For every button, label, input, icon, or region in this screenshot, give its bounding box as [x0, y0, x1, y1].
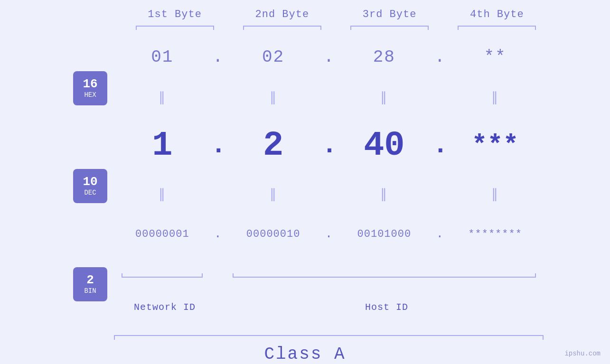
- dec-sep3: .: [432, 131, 447, 160]
- dec-b2: 2: [225, 129, 322, 163]
- network-id-label: Network ID: [114, 302, 216, 313]
- bin-b1: 00000001: [114, 228, 211, 240]
- byte4-header: 4th Byte: [450, 9, 544, 20]
- badges-column: 16 HEX 10 DEC 2 BIN: [66, 30, 114, 328]
- byte-headers: 1st Byte 2nd Byte 3rd Byte 4th Byte: [66, 9, 544, 20]
- equals2-b3: ∥: [336, 186, 433, 202]
- bin-b2: 00000010: [225, 228, 322, 240]
- dec-badge: 10 DEC: [73, 169, 107, 203]
- bin-sep2: .: [322, 227, 336, 241]
- equals1-b1: ∥: [114, 89, 211, 105]
- byte1-header: 1st Byte: [128, 9, 221, 20]
- hex-b3: 28: [336, 47, 433, 67]
- main-container: 1st Byte 2nd Byte 3rd Byte 4th Byte: [0, 0, 610, 364]
- equals2-b2: ∥: [225, 186, 322, 202]
- hex-sep2: .: [322, 47, 336, 67]
- hex-sep1: .: [211, 47, 225, 67]
- host-id-label: Host ID: [230, 302, 544, 313]
- dec-b1: 1: [114, 129, 211, 163]
- dec-b3: 40: [336, 129, 433, 163]
- equals1-b3: ∥: [336, 89, 433, 105]
- bin-b3: 00101000: [336, 228, 433, 240]
- hex-sep3: .: [432, 47, 447, 67]
- hex-b4: **: [447, 47, 544, 67]
- dec-sep2: .: [322, 131, 336, 160]
- equals1-b2: ∥: [225, 89, 322, 105]
- bin-sep1: .: [211, 227, 225, 241]
- dec-b4: ***: [447, 132, 544, 159]
- dec-sep1: .: [211, 131, 225, 160]
- hex-b2: 02: [225, 47, 322, 67]
- equals1-b4: ∥: [447, 89, 544, 105]
- watermark: ipshu.com: [564, 350, 601, 357]
- equals2-b1: ∥: [114, 186, 211, 202]
- class-a-label: Class A: [66, 345, 544, 364]
- bin-sep3: .: [432, 227, 447, 241]
- equals2-b4: ∥: [447, 186, 544, 202]
- bin-b4: ********: [447, 228, 544, 240]
- hex-badge: 16 HEX: [73, 71, 107, 105]
- bin-badge: 2 BIN: [73, 267, 107, 301]
- hex-b1: 01: [114, 47, 211, 67]
- byte3-header: 3rd Byte: [343, 9, 436, 20]
- byte2-header: 2nd Byte: [235, 9, 328, 20]
